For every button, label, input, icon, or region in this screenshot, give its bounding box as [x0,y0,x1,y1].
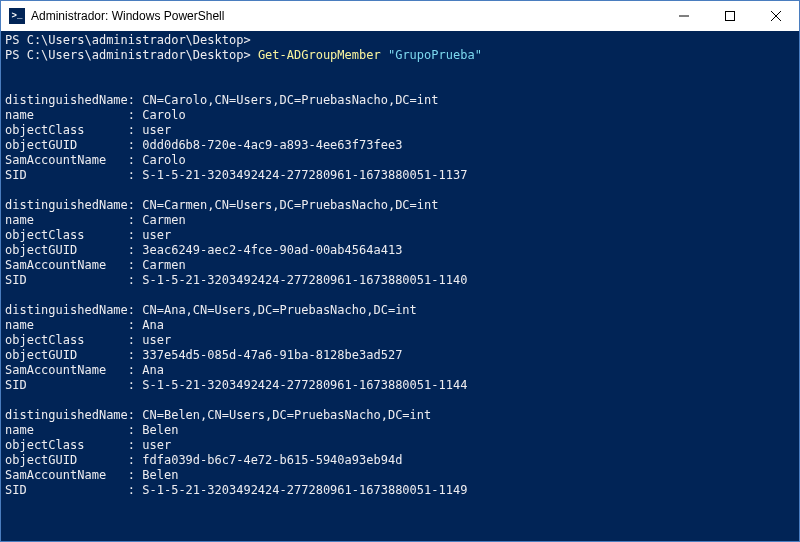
output-field-objectClass: objectClass : user [5,228,171,242]
window-title: Administrador: Windows PowerShell [31,9,661,23]
output-field-objectGUID: objectGUID : 3eac6249-aec2-4fce-90ad-00a… [5,243,402,257]
minimize-icon [679,11,689,21]
powershell-window: >_ Administrador: Windows PowerShell PS … [0,0,800,542]
cmdlet-argument: "GrupoPrueba" [388,48,482,62]
output-field-objectGUID: objectGUID : fdfa039d-b6c7-4e72-b615-594… [5,453,402,467]
output-field-SID: SID : S-1-5-21-3203492424-277280961-1673… [5,273,467,287]
output-field-name: name : Carmen [5,213,186,227]
output-field-distinguishedName: distinguishedName: CN=Carmen,CN=Users,DC… [5,198,438,212]
prompt-line: PS C:\Users\administrador\Desktop> [5,33,251,47]
maximize-button[interactable] [707,1,753,31]
output-field-objectGUID: objectGUID : 0dd0d6b8-720e-4ac9-a893-4ee… [5,138,402,152]
powershell-icon: >_ [9,8,25,24]
output-field-SID: SID : S-1-5-21-3203492424-277280961-1673… [5,483,467,497]
output-field-name: name : Ana [5,318,164,332]
window-controls [661,1,799,31]
svg-rect-1 [726,12,735,21]
output-field-name: name : Belen [5,423,178,437]
output-field-SamAccountName: SamAccountName : Carmen [5,258,186,272]
close-icon [771,11,781,21]
output-field-objectClass: objectClass : user [5,438,171,452]
output-field-name: name : Carolo [5,108,186,122]
output-field-SID: SID : S-1-5-21-3203492424-277280961-1673… [5,168,467,182]
output-field-objectClass: objectClass : user [5,333,171,347]
output-field-distinguishedName: distinguishedName: CN=Carolo,CN=Users,DC… [5,93,438,107]
console-output[interactable]: PS C:\Users\administrador\Desktop> PS C:… [1,31,799,541]
minimize-button[interactable] [661,1,707,31]
prompt-line: PS C:\Users\administrador\Desktop> [5,48,258,62]
output-field-SID: SID : S-1-5-21-3203492424-277280961-1673… [5,378,467,392]
cmdlet-name: Get-ADGroupMember [258,48,381,62]
output-field-SamAccountName: SamAccountName : Belen [5,468,178,482]
output-field-SamAccountName: SamAccountName : Carolo [5,153,186,167]
maximize-icon [725,11,735,21]
close-button[interactable] [753,1,799,31]
output-field-distinguishedName: distinguishedName: CN=Ana,CN=Users,DC=Pr… [5,303,417,317]
output-field-objectGUID: objectGUID : 337e54d5-085d-47a6-91ba-812… [5,348,402,362]
output-field-distinguishedName: distinguishedName: CN=Belen,CN=Users,DC=… [5,408,431,422]
output-field-SamAccountName: SamAccountName : Ana [5,363,164,377]
titlebar[interactable]: >_ Administrador: Windows PowerShell [1,1,799,31]
output-field-objectClass: objectClass : user [5,123,171,137]
